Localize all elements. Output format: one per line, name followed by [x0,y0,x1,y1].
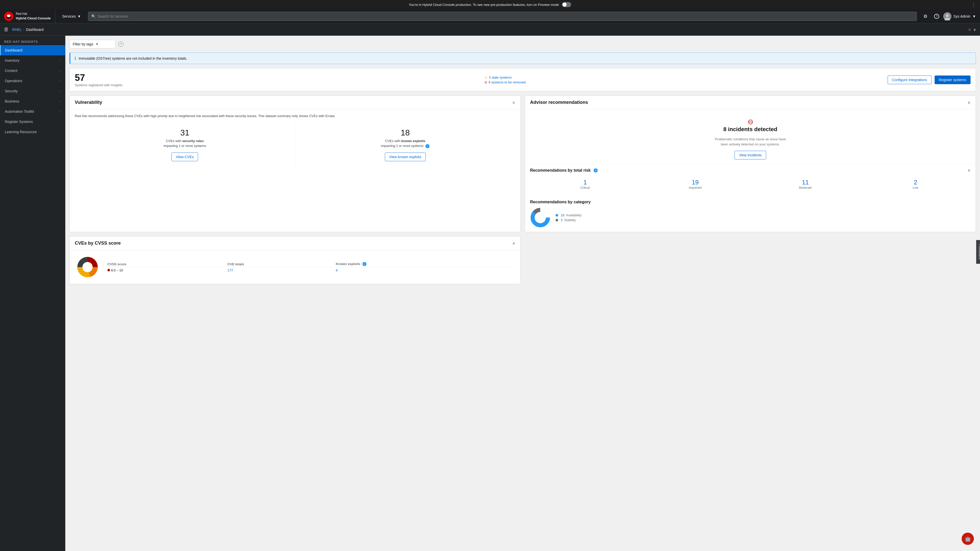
feedback-tab[interactable]: Feedback [976,240,980,264]
sidebar-item-inventory[interactable]: Inventory › [0,56,65,65]
search-input[interactable] [98,14,913,18]
announcement-menu-icon[interactable]: ⋮ [971,2,976,7]
breadcrumb-current: Dashboard [26,27,44,32]
sidebar-item-operations[interactable]: Operations › [0,76,65,86]
cvss-donut-chart [75,254,100,280]
sidebar-item-dashboard[interactable]: Dashboard [0,45,65,56]
risk-stat-low: 2 Low [861,177,971,192]
help-button[interactable]: ? [932,12,941,21]
svg-point-4 [946,14,949,17]
rec-chart-area: 18 Availability 3 Stability [530,207,970,228]
stat-warnings-area: ⚠ 3 stale systems ⊖ 6 systems to be remo… [484,76,526,84]
cve-totals-header: CVE totals [225,261,334,267]
low-label: Low [862,186,969,189]
cves-known-exploits-stat: 18 CVEs with known exploitsimpacting 1 o… [295,124,515,165]
important-count[interactable]: 19 [642,179,749,186]
favorite-icon[interactable]: ☆ [968,27,971,32]
help-icon: ? [934,14,939,19]
risk-title: Recommendations by total risk i ∧ [530,168,970,173]
chevron-right-icon: › [60,69,61,72]
availability-count: 18 [561,213,564,217]
filter-by-tags-dropdown[interactable]: Filter by tags ▼ [69,40,115,48]
chat-button[interactable]: 🤖 [962,533,974,545]
risk-stats-row: 1 Critical 19 Important 11 Moderate 2 [530,177,970,192]
moderate-count[interactable]: 11 [752,179,859,186]
incidents-header: ⊖ 8 incidents detected [530,114,970,137]
known-exploits-header: Known exploits i [334,261,515,267]
filter-help-icon[interactable]: ? [118,41,124,47]
sidebar-item-automation[interactable]: Automation Toolkit › [0,106,65,117]
low-count[interactable]: 2 [862,179,969,186]
user-menu[interactable]: Sys Admin ▼ [943,12,976,21]
cvss-range: 8.0 – 10 [105,267,225,273]
cvss-card-title: CVEs by CVSS score [75,241,121,246]
known-exploits-table-info-icon[interactable]: i [363,262,366,266]
cvss-collapse-button[interactable]: ∧ [512,241,515,246]
advisor-collapse-button[interactable]: ∧ [967,100,970,105]
settings-button[interactable]: ⚙ [921,12,930,21]
risk-section: Recommendations by total risk i ∧ 1 Crit… [525,164,976,196]
cvss-section: CVSS score CVE totals Known exploits i [70,250,520,284]
known-exploits-value[interactable]: 6 [334,267,515,273]
main-header: Red Hat Hybrid Cloud Console Services ▼ … [0,9,980,24]
cves-exploits-label: CVEs with known exploitsimpacting 1 or m… [299,138,511,148]
risk-info-icon[interactable]: i [593,168,598,172]
sidebar-item-business[interactable]: Business › [0,96,65,106]
critical-count[interactable]: 1 [532,179,638,186]
breadcrumb: RHEL › Dashboard [12,27,44,32]
availability-label: Availability [566,213,581,217]
error-circle-icon: ⊖ [484,80,487,84]
avatar [943,12,951,21]
sidebar: Red Hat Insights Dashboard Inventory › C… [0,36,65,551]
breadcrumb-parent-link[interactable]: RHEL [12,27,22,32]
sidebar-item-security[interactable]: Security › [0,86,65,96]
services-chevron-icon: ▼ [77,14,81,18]
vulnerability-card-body: Red Hat recommends addressing these CVEs… [70,110,520,169]
chevron-right-icon: › [60,79,61,83]
register-systems-button[interactable]: Register systems [935,76,970,84]
risk-stat-critical: 1 Critical [530,177,640,192]
sidebar-item-learning-resources[interactable]: Learning Resources [0,127,65,137]
stability-label: Stability [564,218,576,222]
stale-systems-warning[interactable]: ⚠ 3 stale systems [484,76,526,79]
username-label: Sys Admin [953,14,970,18]
expand-icon[interactable]: ∨ [974,27,976,32]
remove-systems-warning[interactable]: ⊖ 6 systems to be removed [484,80,526,84]
services-button[interactable]: Services ▼ [59,12,84,21]
sidebar-item-label: Content [5,68,18,73]
dashboard-cards-grid: Vulnerability ∧ Red Hat recommends addre… [69,95,976,284]
cvss-card-header: CVEs by CVSS score ∧ [70,237,520,250]
systems-count-area: 57 Systems registered with Insights [75,73,122,87]
cvss-card: CVEs by CVSS score ∧ [69,236,520,284]
incidents-description: Problematic conditions that cause an iss… [714,137,786,147]
hamburger-icon[interactable]: ☰ [4,27,8,32]
search-bar[interactable]: 🔍 [88,12,917,21]
sidebar-item-label: Operations [5,79,22,83]
systems-registered-label: Systems registered with Insights [75,83,122,87]
redhat-logo-icon [4,12,13,21]
known-exploits-info-icon[interactable]: i [425,144,430,148]
risk-collapse-button[interactable]: ∧ [967,168,970,173]
info-icon: ℹ [75,56,76,61]
vulnerability-collapse-button[interactable]: ∧ [512,100,515,105]
stability-count: 3 [561,218,563,222]
header-actions: ⚙ ? Sys Admin ▼ [921,12,976,21]
remove-systems-label: 6 systems to be removed [489,80,526,84]
filter-chevron-icon: ▼ [95,42,99,46]
sidebar-item-register-systems[interactable]: Register Systems [0,117,65,127]
view-cves-button[interactable]: View CVEs [172,152,198,161]
configure-integrations-button[interactable]: Configure Integrations [888,76,932,84]
sidebar-item-content[interactable]: Content › [0,65,65,76]
preview-mode-toggle[interactable] [562,2,571,7]
cve-total-value[interactable]: 177 [225,267,334,273]
stability-dot [555,219,558,221]
chevron-up-icon: ∧ [512,241,515,246]
chevron-right-icon: › [60,100,61,103]
view-incidents-button[interactable]: View incidents [735,151,766,159]
view-known-exploits-button[interactable]: View known exploits [385,152,426,161]
brand-logo-area[interactable]: Red Hat Hybrid Cloud Console [4,9,55,23]
rec-category-title: Recommendations by category [530,200,970,204]
filter-label: Filter by tags [73,42,93,46]
toggle-knob [563,3,566,6]
chevron-right-icon: › [60,89,61,93]
